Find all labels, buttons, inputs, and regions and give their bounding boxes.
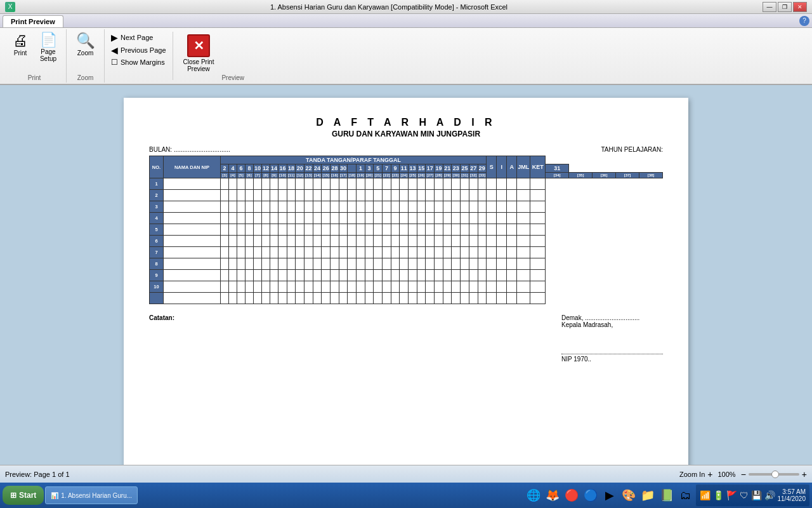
zoom-button[interactable]: 🔍 Zoom [73,32,98,58]
table-cell [229,281,237,293]
next-page-icon: ▶ [111,32,118,43]
table-cell [357,178,365,190]
show-margins-button[interactable]: ☐ Show Margins [110,57,167,67]
table-cell [221,201,229,213]
zoom-in-icon[interactable]: + [707,469,712,479]
maximize-button[interactable]: ❐ [778,2,792,12]
table-cell [461,270,469,281]
taskbar-media-icon[interactable]: ▶ [601,486,619,504]
table-cell [313,247,322,258]
table-cell [296,247,304,258]
start-label: Start [19,491,36,500]
taskbar-paint-icon[interactable]: 🎨 [620,486,638,504]
col-ket-header: KET [530,156,546,178]
tray-flag-icon[interactable]: 🚩 [726,490,737,500]
table-cell [417,213,426,224]
table-cell [348,258,357,270]
table-cell [461,281,469,293]
row-number: 10 [150,281,164,293]
table-cell [339,247,348,258]
table-cell [339,224,348,236]
table-cell [348,178,357,190]
table-cell [507,281,517,293]
taskbar-app2-icon[interactable]: 🗂 [677,486,695,504]
demak-text: Demak, ............................... [561,314,663,321]
table-cell [452,236,461,247]
taskbar-opera-icon[interactable]: 🔴 [563,486,580,504]
tray-network-icon[interactable]: 📶 [700,490,710,500]
zoom-out-icon[interactable]: + [802,469,807,479]
table-cell [331,190,339,201]
table-cell [469,178,478,190]
table-cell [322,224,331,236]
table-cell [461,201,469,213]
taskbar-chrome-icon[interactable]: 🔵 [582,486,599,504]
table-cell [229,258,237,270]
minimize-button[interactable]: — [763,2,776,12]
zoom-minus-icon[interactable]: − [741,469,746,479]
table-cell [391,247,400,258]
table-cell [262,190,270,201]
table-cell [452,247,461,258]
table-cell [365,190,374,201]
row-name [164,201,221,213]
table-cell [507,224,517,236]
table-cell [452,201,461,213]
page-setup-label: PageSetup [40,48,56,62]
preview-group-label: Preview [221,74,244,83]
table-cell [357,281,365,293]
taskbar-excel-icon[interactable]: 📗 [658,486,676,504]
next-page-button[interactable]: ▶ Next Page [110,32,167,43]
close-button[interactable]: ✕ [793,2,807,12]
table-cell [400,258,409,270]
table-cell [246,201,254,213]
table-cell [391,236,400,247]
tray-security-icon[interactable]: 🛡 [740,490,749,500]
table-cell [278,236,287,247]
close-print-preview-button[interactable]: ✕ Close PrintPreview [178,32,219,83]
table-cell [452,178,461,190]
table-cell [478,281,487,293]
page-setup-button[interactable]: 📄 PageSetup [36,32,61,64]
table-cell [497,178,507,190]
taskbar-ie-icon[interactable]: 🌐 [525,486,542,504]
table-cell [296,178,304,190]
previous-page-button[interactable]: ◀ Previous Page [110,44,167,56]
help-icon[interactable]: ? [799,16,809,26]
taskbar-folder-icon[interactable]: 📁 [639,486,657,504]
table-cell [517,213,530,224]
tray-remove-icon[interactable]: 💾 [751,490,762,500]
table-cell [374,178,383,190]
table-cell [478,201,487,213]
table-cell [417,270,426,281]
table-cell [270,258,278,270]
date-2: 2 [221,164,229,173]
table-cell [426,201,435,213]
table-cell [374,201,383,213]
table-cell [452,190,461,201]
taskbar-excel-app[interactable]: 📊 1. Absensi Harian Guru... [45,486,138,504]
table-cell [229,247,237,258]
table-cell [262,236,270,247]
zoom-slider[interactable] [749,473,799,476]
table-cell [530,281,546,293]
zoom-thumb[interactable] [771,471,779,478]
table-cell [254,224,262,236]
tab-print-preview[interactable]: Print Preview [3,15,63,27]
tray-power-icon[interactable]: 🔋 [713,490,724,500]
table-cell [400,224,409,236]
taskbar-firefox-icon[interactable]: 🦊 [544,486,561,504]
window-controls: — ❐ ✕ [763,2,807,12]
table-cell [365,178,374,190]
table-cell [469,201,478,213]
table-cell [221,258,229,270]
table-cell [530,258,546,270]
print-button[interactable]: 🖨 Print [8,32,33,58]
tray-speaker-icon[interactable]: 🔊 [764,490,775,500]
table-cell [322,213,331,224]
table-cell [322,247,331,258]
zoom-in-label[interactable]: Zoom In [679,471,705,478]
excel-taskbar-icon: 📊 [51,492,58,499]
start-button[interactable]: ⊞ Start [3,486,44,505]
document-meta: BULAN: ................................ … [149,146,663,153]
